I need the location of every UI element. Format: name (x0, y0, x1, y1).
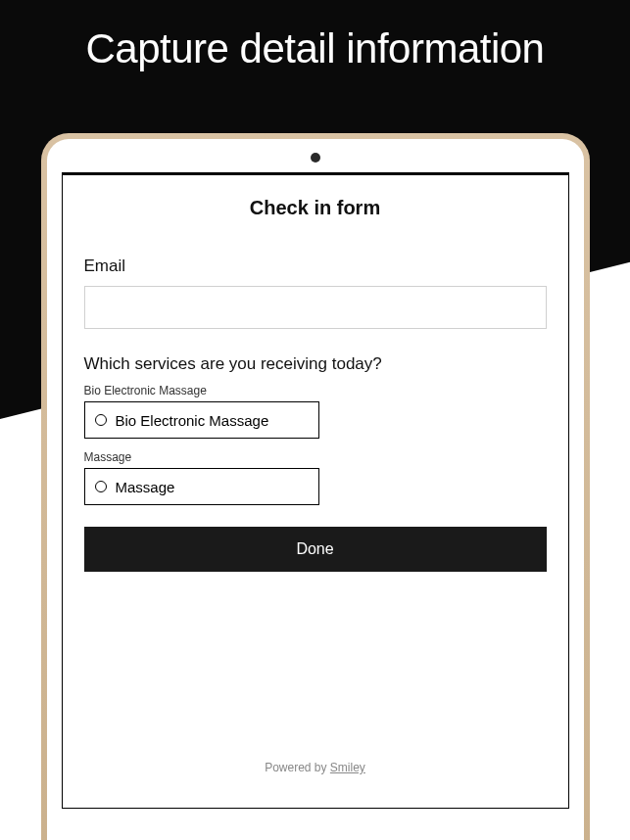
marketing-headline: Capture detail information (0, 25, 630, 72)
done-button[interactable]: Done (84, 527, 547, 572)
powered-by: Powered by Smiley (63, 761, 568, 774)
radio-icon (95, 481, 107, 492)
option-text: Massage (116, 479, 175, 495)
email-input[interactable] (84, 286, 547, 329)
tablet-frame: Check in form Email Which services are y… (41, 133, 590, 840)
option-text: Bio Electronic Massage (116, 412, 269, 429)
email-label: Email (84, 257, 547, 276)
camera-icon (311, 153, 320, 163)
option-small-label: Bio Electronic Massage (84, 384, 547, 397)
service-option-bio-electronic-massage[interactable]: Bio Electronic Massage (84, 401, 319, 439)
tablet-bezel: Check in form Email Which services are y… (47, 139, 584, 840)
radio-icon (95, 414, 107, 426)
option-small-label: Massage (84, 450, 547, 464)
services-question: Which services are you receiving today? (84, 354, 547, 374)
form-title: Check in form (84, 197, 547, 219)
email-field-group: Email (84, 257, 547, 329)
powered-brand-link[interactable]: Smiley (330, 761, 365, 774)
service-option-massage[interactable]: Massage (84, 468, 319, 505)
powered-prefix: Powered by (265, 761, 330, 774)
app-screen: Check in form Email Which services are y… (62, 172, 569, 809)
